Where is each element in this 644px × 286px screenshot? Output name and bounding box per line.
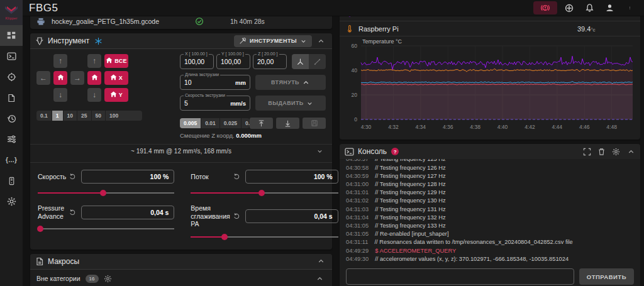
sidebar-item-gcode-preview[interactable] [0,67,23,87]
overflow-menu-button[interactable] [621,2,638,14]
jog-z-up-button[interactable]: ↑ [87,54,101,68]
reset-icon[interactable] [233,212,240,220]
slider-cell-1: Поток 100 % [191,169,338,197]
jog-z-down-button[interactable]: ↓ [87,88,101,102]
sidebar-item-history[interactable] [0,108,23,129]
sidebar-item-jobs[interactable] [0,87,23,108]
jog-y-plus-button[interactable]: ↑ [53,54,67,68]
home-xy-button[interactable] [53,71,67,85]
z-position-field[interactable]: Z [ 20.00 ] 20,00 [253,54,287,69]
tune-icon [7,135,16,144]
collapse-tool-panel-button[interactable] [314,37,327,45]
right-column: Mcu 44.7°c Raspberry Pi 39.4°c Temperatu… [340,5,640,286]
temperature-chart[interactable]: Temperature °C02040604:304:324:344:364:3… [340,36,640,140]
slider-value-field[interactable]: 0,04 s [81,206,174,219]
user-button[interactable] [601,2,618,14]
extrusion-estimate-bar[interactable]: ~ 191.4 mm @ 12 mm³/s, 168 mm/s [36,145,326,157]
extrude-length-field[interactable]: Длина экструзии 10 mm [180,75,250,90]
collapse-macros-panel-button[interactable] [314,257,327,265]
z-offset-step-0.025[interactable]: 0.025 [220,118,242,128]
collapse-console-panel-button[interactable] [626,148,635,156]
jog-step-1[interactable]: 1 [52,111,64,121]
sidebar-item-console[interactable] [0,46,23,67]
chevron-down-icon [306,100,313,107]
console-line: 04:30:57// Testing frequency 125 Hz [346,159,634,164]
slider-track[interactable] [38,225,174,233]
slider-track[interactable] [38,189,174,197]
sidebar-item-dashboard[interactable] [0,25,23,46]
clear-console-trash-icon[interactable] [597,148,606,156]
fullscreen-icon[interactable] [583,148,591,156]
overflow-menu-icon [628,3,631,13]
extrude-speed-field[interactable]: Скорость экструзии 5 mm/s [180,96,250,111]
z-offset-step-0.005[interactable]: 0.005 [180,118,201,128]
jog-step-50[interactable]: 50 [92,111,106,121]
home-all-button[interactable]: ВСЕ [104,54,128,68]
console-help-badge[interactable]: ? [391,148,399,155]
console-log[interactable]: 04:30:57// Testing frequency 125 Hz04:30… [340,159,640,263]
svg-text:4:34: 4:34 [416,124,426,130]
svg-text:4:42: 4:42 [525,124,535,130]
console-line: 04:49:30// accelerometer values (x, y, z… [346,255,634,263]
sidebar-item-tune[interactable] [0,129,23,150]
sidebar-item-system[interactable] [0,170,23,191]
extrude-label: ВЫДАВИТЬ [268,100,303,106]
z-offset-up-button[interactable] [250,118,273,129]
svg-text:4:44: 4:44 [552,124,563,130]
slider-track[interactable] [191,189,338,197]
jog-step-25[interactable]: 25 [77,111,91,121]
sensor-value: 39.4 [577,25,591,33]
z-offset-save-button[interactable] [303,118,326,129]
slider-thumb[interactable] [37,226,43,232]
console-settings-gear-icon[interactable] [612,148,620,156]
jog-step-10[interactable]: 10 [64,111,77,121]
gcode-preview-icon [7,72,16,82]
jog-step-0.1[interactable]: 0.1 [36,111,52,121]
slider-value-field[interactable]: 0,04 s [245,209,338,223]
add-temperature-target-button[interactable] [561,2,577,14]
sidebar-item-settings[interactable] [0,191,23,212]
z-offset-step-0.05[interactable]: 0.05 [242,118,250,128]
jog-y-minus-button[interactable]: ↓ [53,88,67,102]
retract-button[interactable]: ВТЯНУТЬ [255,75,326,90]
slider-track[interactable] [191,233,338,241]
reset-icon[interactable] [69,209,76,216]
y-position-field[interactable]: Y [ 100.00 ] 100,00 [216,54,250,69]
home-y-button[interactable]: Y [104,88,128,102]
collapse-macros-category-button[interactable] [313,275,326,283]
print-job-duration: 1h 40m 28s [230,18,265,25]
x-position-field[interactable]: X [ 100.00 ] 100,00 [180,54,214,69]
klipper-logo[interactable]: Klipper [0,0,23,25]
jog-pad: ↑ ↑ ВСЕ ← → X ↓ ↓ [36,54,180,139]
reset-icon[interactable] [233,173,240,180]
extrude-button[interactable]: ВЫДАВИТЬ [255,96,326,111]
slider-thumb[interactable] [100,190,106,196]
tools-dropdown-button[interactable]: ИНСТРУМЕНТЫ [234,35,312,47]
console-send-button[interactable]: ОТПРАВИТЬ [579,268,634,285]
slider-value-field[interactable]: 100 % [81,170,174,184]
z-offset-step-0.01[interactable]: 0.01 [201,118,220,128]
slider-thumb[interactable] [258,190,265,196]
slider-value-field[interactable]: 100 % [245,170,338,184]
relative-move-toggle-button[interactable] [309,54,326,69]
jog-x-plus-button[interactable]: → [70,71,84,85]
z-offset-readout: Смещение Z коорд. 0.000mm [180,132,326,139]
emergency-stop-button[interactable] [533,1,557,14]
reset-icon[interactable] [69,173,76,180]
sidebar-item-configuration[interactable]: {…} [0,150,23,170]
home-z-button[interactable] [87,71,101,85]
tuning-sliders: Скорость 100 % Поток 100 % Pressure Adva… [36,163,326,247]
jog-x-minus-button[interactable]: ← [36,71,50,85]
console-command-input[interactable] [346,268,574,285]
slider-thumb[interactable] [221,234,228,240]
z-offset-down-button[interactable] [276,118,299,129]
absolute-move-toggle-button[interactable] [292,54,309,69]
temperature-row-raspberry-pi[interactable]: Raspberry Pi 39.4°c [340,21,640,36]
notifications-button[interactable] [581,2,597,14]
slider-label: Поток [191,173,232,181]
macros-settings-gear-icon[interactable] [104,275,112,283]
svg-text:40: 40 [352,67,358,74]
home-x-button[interactable]: X [104,71,128,85]
home-icon [110,74,117,82]
jog-step-100[interactable]: 100 [106,111,122,121]
